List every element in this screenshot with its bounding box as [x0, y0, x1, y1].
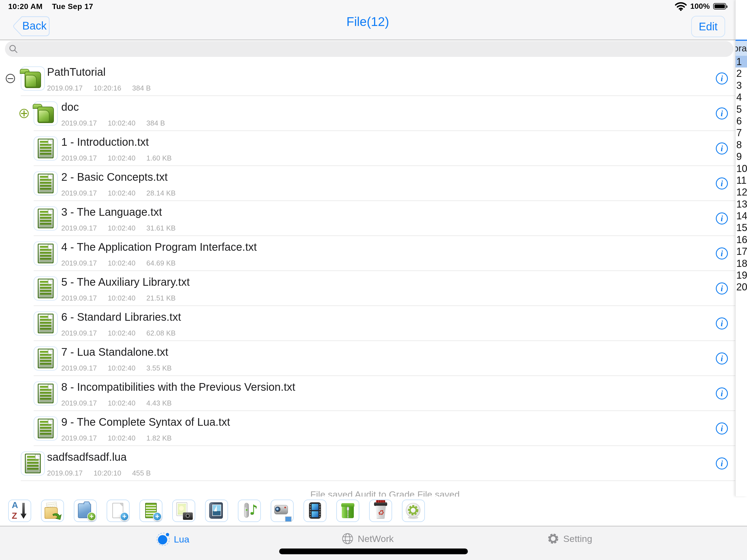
movie-button[interactable]: [304, 500, 327, 522]
export-folder-icon: [44, 502, 61, 519]
photo-album-icon: [208, 502, 225, 519]
info-button[interactable]: [716, 457, 728, 469]
line-number: 15: [736, 222, 747, 233]
microphone-icon: ♪: [241, 502, 258, 519]
record-video-button[interactable]: [271, 500, 294, 522]
export-folder-button[interactable]: [41, 500, 64, 522]
line-number: 2: [736, 68, 747, 79]
file-size: 21.51 KB: [146, 294, 176, 302]
new-folder-button[interactable]: [74, 500, 97, 522]
file-row[interactable]: sadfsadfsadf.lua 2019.09.1710:20:10455 B: [0, 446, 736, 481]
file-time: 10:02:40: [108, 399, 135, 407]
settings-gear-button[interactable]: [402, 500, 425, 522]
record-audio-button[interactable]: ♪: [238, 500, 261, 522]
file-time: 10:20:16: [94, 84, 121, 92]
tab-label: NetWork: [358, 533, 394, 544]
info-button[interactable]: [716, 353, 728, 364]
expand-toggle-icon[interactable]: [19, 109, 29, 118]
file-time: 10:02:40: [108, 364, 135, 372]
file-date: 2019.09.17: [61, 189, 97, 197]
collapse-toggle-icon[interactable]: [6, 74, 15, 83]
status-date: Tue Sep 17: [52, 2, 93, 11]
sort-az-icon: AZ: [11, 502, 28, 519]
edit-button[interactable]: Edit: [691, 16, 725, 37]
tab-network[interactable]: NetWork: [341, 532, 394, 545]
info-button[interactable]: [716, 212, 728, 225]
lua-logo-icon: [156, 532, 170, 546]
new-file-icon: [110, 502, 127, 519]
file-time: 10:02:40: [108, 119, 135, 127]
file-date: 2019.09.17: [61, 434, 97, 442]
tab-setting[interactable]: Setting: [547, 532, 592, 545]
file-date: 2019.09.17: [61, 259, 97, 267]
info-button[interactable]: [716, 282, 728, 295]
sort-az-button[interactable]: AZ: [8, 500, 31, 522]
info-button[interactable]: [716, 387, 728, 400]
info-button[interactable]: [716, 107, 728, 120]
file-time: 10:02:40: [108, 224, 135, 232]
file-row[interactable]: 4 - The Application Program Interface.tx…: [0, 236, 736, 271]
info-button[interactable]: [716, 73, 728, 84]
panel-header-fragment: orar: [736, 41, 747, 56]
file-row[interactable]: 7 - Lua Standalone.txt 2019.09.1710:02:4…: [0, 341, 736, 376]
tab-bar: Lua NetWork Setting: [0, 526, 747, 560]
file-date: 2019.09.17: [47, 469, 83, 477]
new-document-button[interactable]: [139, 500, 162, 522]
file-row[interactable]: 3 - The Language.txt 2019.09.1710:02:403…: [0, 201, 736, 236]
trash-button[interactable]: [369, 500, 392, 522]
status-right: 100%: [675, 2, 726, 11]
zip-archive-button[interactable]: [336, 500, 359, 522]
edit-button-label: Edit: [699, 21, 718, 33]
new-folder-icon: [77, 502, 94, 519]
file-date: 2019.09.17: [61, 329, 97, 337]
file-meta: 2019.09.1710:02:4062.08 KB: [61, 329, 186, 337]
line-number: 4: [736, 91, 747, 103]
line-number: 7: [736, 127, 747, 138]
line-number: 13: [736, 198, 747, 210]
zip-box-icon: [339, 502, 356, 519]
file-meta: 2019.09.1710:02:403.55 KB: [61, 364, 183, 373]
file-row[interactable]: 9 - The Complete Syntax of Lua.txt 2019.…: [0, 411, 736, 446]
file-row[interactable]: PathTutorial 2019.09.1710:20:16384 B: [0, 61, 736, 96]
line-number: 17: [736, 246, 747, 257]
file-name: 1 - Introduction.txt: [61, 136, 149, 148]
new-file-button[interactable]: [107, 500, 130, 522]
app-screen: 10:20 AM Tue Sep 17 100% Back File(12) E…: [0, 0, 747, 560]
info-button[interactable]: [716, 143, 728, 154]
info-button[interactable]: [716, 423, 728, 434]
file-name: doc: [61, 101, 79, 113]
battery-icon: [713, 3, 726, 9]
take-photo-button[interactable]: [172, 500, 195, 522]
file-date: 2019.09.17: [61, 154, 97, 162]
file-time: 10:02:40: [108, 154, 135, 162]
file-row[interactable]: 1 - Introduction.txt 2019.09.1710:02:401…: [0, 131, 736, 166]
info-button[interactable]: [716, 317, 728, 330]
file-meta: 2019.09.1710:20:16384 B: [47, 84, 162, 93]
battery-percent: 100%: [690, 2, 710, 11]
file-row[interactable]: doc 2019.09.1710:02:40384 B: [0, 96, 736, 131]
file-name: 4 - The Application Program Interface.tx…: [61, 241, 257, 253]
search-input[interactable]: [5, 41, 733, 57]
file-size: 4.43 KB: [146, 399, 172, 407]
file-row[interactable]: 8 - Incompatibilities with the Previous …: [0, 376, 736, 411]
line-number: 16: [736, 234, 747, 246]
home-indicator[interactable]: [279, 549, 468, 554]
status-time: 10:20 AM: [8, 2, 43, 11]
tab-label: Lua: [174, 534, 189, 545]
info-button[interactable]: [716, 248, 728, 259]
clipped-caption: File saved Audit to Grade File saved: [0, 489, 736, 497]
file-row[interactable]: 6 - Standard Libraries.txt 2019.09.1710:…: [0, 306, 736, 341]
info-button[interactable]: [716, 177, 728, 189]
file-date: 2019.09.17: [61, 294, 97, 302]
tab-label: Setting: [563, 533, 592, 544]
file-row[interactable]: 2 - Basic Concepts.txt 2019.09.1710:02:4…: [0, 166, 736, 201]
file-size: 384 B: [132, 84, 151, 92]
file-size: 64.69 KB: [146, 259, 176, 267]
line-number: 8: [736, 139, 747, 151]
file-size: 384 B: [146, 119, 165, 127]
file-meta: 2019.09.1710:02:4064.69 KB: [61, 259, 186, 268]
photo-album-button[interactable]: [205, 500, 228, 522]
file-row[interactable]: 5 - The Auxiliary Library.txt 2019.09.17…: [0, 271, 736, 306]
tab-lua[interactable]: Lua: [156, 532, 189, 546]
text-file-icon: [34, 311, 58, 335]
